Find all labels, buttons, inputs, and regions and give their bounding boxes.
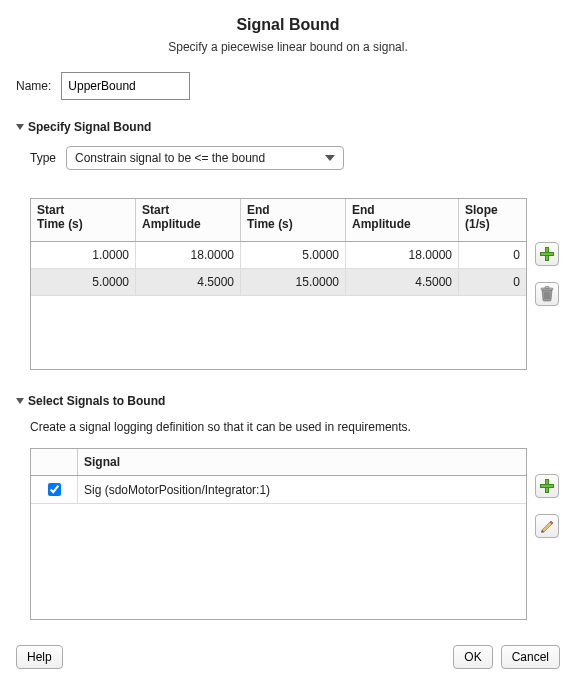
cell[interactable]: 4.5000 bbox=[346, 269, 459, 296]
type-value: Constrain signal to be <= the bound bbox=[75, 151, 265, 165]
cell[interactable]: 18.0000 bbox=[136, 242, 241, 269]
signal-bound-dialog: Signal Bound Specify a piecewise linear … bbox=[0, 0, 576, 681]
signal-table-side-buttons bbox=[535, 448, 559, 538]
col-end-time: End Time (s) bbox=[241, 199, 346, 242]
plus-icon bbox=[540, 247, 554, 261]
name-input[interactable] bbox=[61, 72, 190, 100]
name-label: Name: bbox=[16, 79, 51, 93]
triangle-down-icon bbox=[16, 398, 24, 404]
cell[interactable]: 0 bbox=[459, 242, 527, 269]
col-start-time: Start Time (s) bbox=[31, 199, 136, 242]
add-row-button[interactable] bbox=[535, 242, 559, 266]
section-title: Specify Signal Bound bbox=[28, 120, 151, 134]
help-button[interactable]: Help bbox=[16, 645, 63, 669]
bound-table-area: Start Time (s) Start Amplitude End Time … bbox=[30, 198, 560, 370]
dialog-footer: Help OK Cancel bbox=[16, 645, 560, 669]
type-label: Type bbox=[30, 151, 56, 165]
svg-rect-1 bbox=[545, 287, 549, 289]
cell[interactable]: 15.0000 bbox=[241, 269, 346, 296]
triangle-down-icon bbox=[16, 124, 24, 130]
edit-signal-button[interactable] bbox=[535, 514, 559, 538]
table-row[interactable]: 5.0000 4.5000 15.0000 4.5000 0 bbox=[31, 269, 526, 296]
col-start-amplitude: Start Amplitude bbox=[136, 199, 241, 242]
cell-checkbox bbox=[31, 476, 78, 504]
delete-row-button[interactable] bbox=[535, 282, 559, 306]
col-checkbox bbox=[31, 449, 78, 476]
signal-table-area: Signal Sig (sdoMotorPosition/Integrator:… bbox=[30, 448, 560, 620]
cancel-button[interactable]: Cancel bbox=[501, 645, 560, 669]
type-dropdown[interactable]: Constrain signal to be <= the bound bbox=[66, 146, 344, 170]
signals-description: Create a signal logging definition so th… bbox=[30, 420, 560, 434]
trash-icon bbox=[540, 286, 554, 302]
dialog-subtitle: Specify a piecewise linear bound on a si… bbox=[16, 40, 560, 54]
col-end-amplitude: End Amplitude bbox=[346, 199, 459, 242]
chevron-down-icon bbox=[325, 155, 335, 161]
cell[interactable]: 5.0000 bbox=[31, 269, 136, 296]
cell[interactable]: 0 bbox=[459, 269, 527, 296]
section-specify-signal-bound[interactable]: Specify Signal Bound bbox=[16, 120, 560, 134]
dialog-title: Signal Bound bbox=[16, 16, 560, 34]
pencil-icon bbox=[540, 519, 555, 534]
cell[interactable]: 5.0000 bbox=[241, 242, 346, 269]
type-row: Type Constrain signal to be <= the bound bbox=[30, 146, 560, 170]
col-slope: Slope (1/s) bbox=[459, 199, 527, 242]
cell[interactable]: 18.0000 bbox=[346, 242, 459, 269]
section-title: Select Signals to Bound bbox=[28, 394, 165, 408]
ok-button[interactable]: OK bbox=[453, 645, 492, 669]
add-signal-button[interactable] bbox=[535, 474, 559, 498]
name-row: Name: bbox=[16, 72, 560, 100]
cell-signal[interactable]: Sig (sdoMotorPosition/Integrator:1) bbox=[78, 476, 527, 504]
table-row[interactable]: Sig (sdoMotorPosition/Integrator:1) bbox=[31, 476, 526, 504]
col-signal: Signal bbox=[78, 449, 527, 476]
cell[interactable]: 1.0000 bbox=[31, 242, 136, 269]
cell[interactable]: 4.5000 bbox=[136, 269, 241, 296]
signal-checkbox[interactable] bbox=[48, 483, 61, 496]
section-select-signals[interactable]: Select Signals to Bound bbox=[16, 394, 560, 408]
bound-table-side-buttons bbox=[535, 198, 559, 306]
plus-icon bbox=[540, 479, 554, 493]
bound-table[interactable]: Start Time (s) Start Amplitude End Time … bbox=[30, 198, 527, 370]
table-row[interactable]: 1.0000 18.0000 5.0000 18.0000 0 bbox=[31, 242, 526, 269]
signal-table[interactable]: Signal Sig (sdoMotorPosition/Integrator:… bbox=[30, 448, 527, 620]
